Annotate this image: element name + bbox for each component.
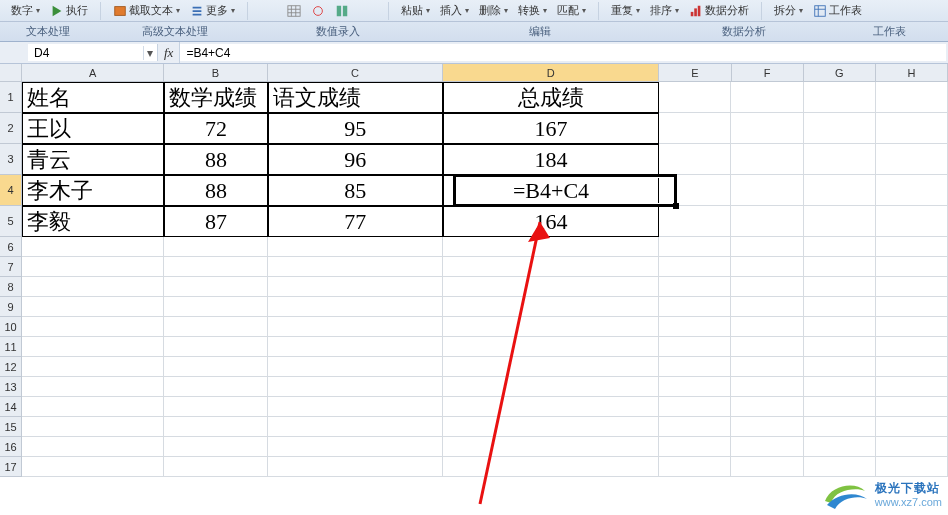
cell[interactable] (731, 337, 803, 357)
cell[interactable] (659, 457, 731, 477)
col-header-D[interactable]: D (443, 64, 659, 81)
convert-button[interactable]: 转换 (514, 2, 551, 19)
cell[interactable] (804, 457, 876, 477)
split-button[interactable]: 拆分 (770, 2, 807, 19)
cell[interactable] (22, 377, 164, 397)
cell-F4[interactable] (731, 175, 803, 206)
cell[interactable] (22, 457, 164, 477)
cell-C5[interactable]: 77 (268, 206, 443, 237)
cell-F2[interactable] (731, 113, 803, 144)
cell[interactable] (659, 417, 731, 437)
cell[interactable] (731, 457, 803, 477)
cell-B5[interactable]: 87 (164, 206, 267, 237)
cell[interactable] (876, 417, 948, 437)
cell[interactable] (443, 357, 659, 377)
row-header-9[interactable]: 9 (0, 297, 21, 317)
cell-B4[interactable]: 88 (164, 175, 267, 206)
cell[interactable] (876, 377, 948, 397)
cell-H4[interactable] (876, 175, 948, 206)
cell[interactable] (876, 357, 948, 377)
cell-G2[interactable] (804, 113, 876, 144)
cell[interactable] (443, 257, 659, 277)
cell[interactable] (876, 437, 948, 457)
col-header-E[interactable]: E (659, 64, 731, 81)
cell[interactable] (164, 377, 267, 397)
cell[interactable] (268, 257, 443, 277)
cell-E3[interactable] (659, 144, 731, 175)
cell-B1[interactable]: 数学成绩 (164, 82, 267, 113)
cell[interactable] (164, 277, 267, 297)
cell-A1[interactable]: 姓名 (22, 82, 164, 113)
cell[interactable] (22, 297, 164, 317)
cell-A3[interactable]: 青云 (22, 144, 164, 175)
cell[interactable] (164, 457, 267, 477)
cell[interactable] (731, 377, 803, 397)
cell[interactable] (268, 437, 443, 457)
cell[interactable] (731, 317, 803, 337)
cell[interactable] (731, 417, 803, 437)
cell-H3[interactable] (876, 144, 948, 175)
col-header-H[interactable]: H (876, 64, 948, 81)
cell[interactable] (659, 377, 731, 397)
cell[interactable] (22, 337, 164, 357)
number-button[interactable]: 数字 (7, 2, 44, 19)
cell[interactable] (731, 277, 803, 297)
row-header-5[interactable]: 5 (0, 206, 21, 237)
cell[interactable] (443, 437, 659, 457)
cell-C4[interactable]: 85 (268, 175, 443, 206)
formula-input[interactable] (180, 44, 946, 61)
cell[interactable] (731, 437, 803, 457)
cell-D1[interactable]: 总成绩 (443, 82, 659, 113)
num-entry-icon2[interactable] (307, 3, 329, 19)
cell[interactable] (731, 397, 803, 417)
row-header-10[interactable]: 10 (0, 317, 21, 337)
cell[interactable] (268, 297, 443, 317)
cell[interactable] (804, 257, 876, 277)
cell-A2[interactable]: 王以 (22, 113, 164, 144)
cell[interactable] (443, 417, 659, 437)
cell-H2[interactable] (876, 113, 948, 144)
cell[interactable] (443, 297, 659, 317)
cell[interactable] (804, 337, 876, 357)
cell[interactable] (22, 397, 164, 417)
cell[interactable] (804, 377, 876, 397)
cell-D3[interactable]: 184 (443, 144, 659, 175)
col-header-A[interactable]: A (22, 64, 164, 81)
row-header-1[interactable]: 1 (0, 82, 21, 113)
cell[interactable] (876, 457, 948, 477)
cell[interactable] (804, 237, 876, 257)
cell[interactable] (804, 277, 876, 297)
cell-F3[interactable] (731, 144, 803, 175)
cell[interactable] (164, 417, 267, 437)
cell[interactable] (659, 437, 731, 457)
cell[interactable] (876, 397, 948, 417)
cell[interactable] (659, 277, 731, 297)
cell[interactable] (731, 297, 803, 317)
cell-G1[interactable] (804, 82, 876, 113)
cell[interactable] (22, 357, 164, 377)
cell-E1[interactable] (659, 82, 731, 113)
name-box[interactable]: ▾ (28, 44, 158, 61)
cell[interactable] (164, 437, 267, 457)
cells-area[interactable]: 姓名 数学成绩 语文成绩 总成绩 王以 72 95 167 青云 88 96 1… (22, 82, 948, 515)
row-header-13[interactable]: 13 (0, 377, 21, 397)
cell[interactable] (876, 237, 948, 257)
cell[interactable] (876, 277, 948, 297)
cell[interactable] (164, 337, 267, 357)
cell[interactable] (443, 277, 659, 297)
cell[interactable] (659, 357, 731, 377)
num-entry-icon3[interactable] (331, 3, 353, 19)
repeat-button[interactable]: 重复 (607, 2, 644, 19)
cell[interactable] (268, 277, 443, 297)
name-box-input[interactable] (28, 46, 143, 60)
cell[interactable] (22, 257, 164, 277)
cell-D5[interactable]: 164 (443, 206, 659, 237)
cell-G5[interactable] (804, 206, 876, 237)
cell[interactable] (164, 357, 267, 377)
row-header-8[interactable]: 8 (0, 277, 21, 297)
col-header-G[interactable]: G (804, 64, 876, 81)
row-header-7[interactable]: 7 (0, 257, 21, 277)
cell[interactable] (443, 377, 659, 397)
cell-F5[interactable] (731, 206, 803, 237)
name-box-dropdown[interactable]: ▾ (143, 46, 157, 60)
